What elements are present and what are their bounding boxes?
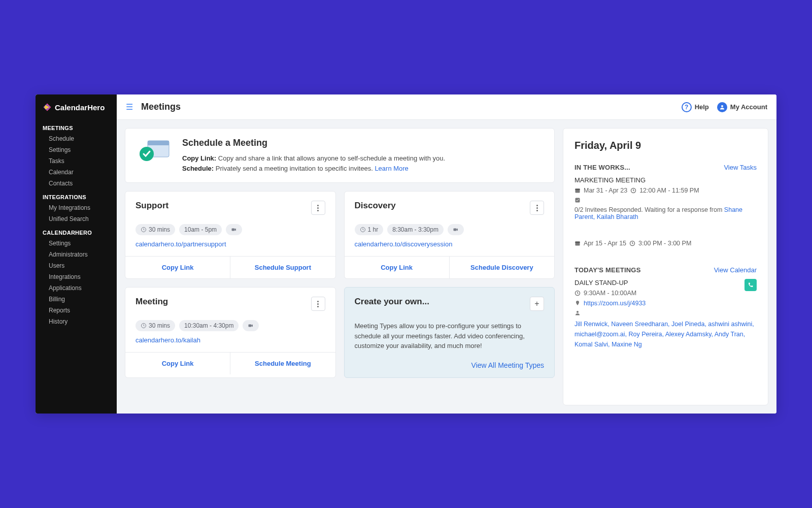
create-body: Meeting Types allow you to pre-configure… [355,321,545,351]
sidebar-item-billing[interactable]: Billing [36,294,117,305]
video-icon [231,227,237,233]
calendar-icon [574,240,581,246]
meeting-url-link[interactable]: https://zoom.us/j/4933 [584,300,646,307]
view-tasks-link[interactable]: View Tasks [724,164,757,171]
intro-copy-text: Copy and share a link that allows anyone… [218,154,445,162]
inworks-date-line: Mar 31 - Apr 23 12:00 AM - 11:59 PM [574,187,757,194]
meeting-card-meeting: Meeting 30 mins 10:30am - 4:30pm [125,287,336,378]
date-heading: Friday, April 9 [574,140,757,151]
help-icon: ? [682,102,692,112]
schedule-button[interactable]: Schedule Meeting [230,353,335,374]
svg-rect-2 [148,141,169,145]
svg-point-0 [721,105,723,107]
person-icon [574,310,581,316]
account-button[interactable]: My Account [717,102,767,112]
clock-icon [141,323,147,329]
meeting-card-title: Discovery [355,201,396,211]
sidebar-item-unified-search[interactable]: Unified Search [36,213,117,225]
app-shell: CalendarHero MEETINGS Schedule Settings … [36,94,776,414]
learn-more-link[interactable]: Learn More [375,165,408,172]
account-icon [717,102,727,112]
video-chip [226,224,242,235]
meeting-type-grid: Support 30 mins 10am - 5pm [125,191,555,378]
intro-copy-label: Copy Link: [182,154,216,162]
duration-chip: 30 mins [136,320,175,331]
sidebar-item-history[interactable]: History [36,316,117,327]
add-meeting-type-button[interactable]: + [530,297,544,311]
today-time-line: 9:30AM - 10:00AM [574,290,757,297]
logo[interactable]: CalendarHero [36,100,117,120]
schedule-illustration-icon [137,138,172,163]
clock-icon [141,227,147,233]
meeting-card-title: Meeting [136,297,168,307]
sidebar-item-settings[interactable]: Settings [36,144,117,155]
sidebar-section-calendarhero: CALENDARHERO Settings Administrators Use… [36,225,117,327]
intro-text: Schedule a Meeting Copy Link: Copy and s… [182,138,445,173]
sidebar-item-ch-integrations[interactable]: Integrations [36,271,117,282]
sidebar-item-ch-settings[interactable]: Settings [36,238,117,249]
sidebar-section-title: MEETINGS [36,120,117,133]
sidebar: CalendarHero MEETINGS Schedule Settings … [36,94,117,414]
video-chip [448,224,464,235]
intro-schedule-label: Schedule: [182,165,214,172]
sidebar-item-contacts[interactable]: Contacts [36,178,117,189]
attendee-links[interactable]: Jill Renwick, Naveen Sreedharan, Joel Pi… [574,319,757,350]
video-chip [243,320,259,331]
today-event: DAILY STAND-UP 9:30AM - 10:00AM https://… [574,279,757,350]
in-works-title: IN THE WORKS... [574,164,630,171]
svg-rect-5 [232,229,235,231]
view-calendar-link[interactable]: View Calendar [714,266,757,274]
today-url-line: https://zoom.us/j/4933 [574,300,757,307]
svg-rect-15 [576,242,580,243]
svg-rect-7 [453,229,456,231]
page-title: Meetings [141,102,181,112]
view-all-types-link[interactable]: View All Meeting Types [355,361,545,369]
intro-card: Schedule a Meeting Copy Link: Copy and s… [125,128,555,183]
brand-name: CalendarHero [55,103,105,112]
clock-icon [629,240,635,246]
call-badge-button[interactable] [745,279,757,291]
hamburger-icon[interactable]: ☰ [126,102,133,112]
sidebar-item-administrators[interactable]: Administrators [36,249,117,260]
clock-icon [360,227,366,233]
schedule-button[interactable]: Schedule Support [230,257,335,278]
inworks-second-date-line: Apr 15 - Apr 15 3:00 PM - 3:00 PM [574,240,757,247]
schedule-button[interactable]: Schedule Discovery [449,257,554,278]
sidebar-item-tasks[interactable]: Tasks [36,155,117,167]
svg-rect-9 [249,325,252,327]
todays-meetings-title: TODAY'S MEETINGS [574,266,641,274]
sidebar-item-users[interactable]: Users [36,260,117,271]
left-column: Schedule a Meeting Copy Link: Copy and s… [125,128,555,405]
sidebar-section-integrations: INTEGRATIONS My Integrations Unified Sea… [36,189,117,225]
duration-chip: 1 hr [355,224,384,235]
sidebar-item-calendar[interactable]: Calendar [36,167,117,178]
window-chip: 10am - 5pm [179,224,222,235]
intro-schedule-text: Privately send a meeting invitation to s… [216,165,373,172]
video-icon [248,323,254,329]
calendar-icon [574,187,581,194]
duration-chip: 30 mins [136,224,175,235]
help-button[interactable]: ? Help [682,102,709,112]
meeting-card-url[interactable]: calendarhero.to/kailah [125,336,335,352]
kebab-menu-button[interactable] [311,201,325,215]
sidebar-section-meetings: MEETINGS Schedule Settings Tasks Calenda… [36,120,117,189]
meeting-card-url[interactable]: calendarhero.to/discoverysession [345,240,555,256]
create-meeting-type-card: Create your own... + Meeting Types allow… [344,287,555,378]
sidebar-item-my-integrations[interactable]: My Integrations [36,202,117,213]
topbar: ☰ Meetings ? Help My Account [117,94,776,120]
sidebar-item-applications[interactable]: Applications [36,282,117,294]
content: Schedule a Meeting Copy Link: Copy and s… [117,120,776,414]
meeting-card-support: Support 30 mins 10am - 5pm [125,191,336,279]
sidebar-item-reports[interactable]: Reports [36,305,117,316]
sidebar-item-schedule[interactable]: Schedule [36,133,117,144]
copy-link-button[interactable]: Copy Link [125,257,230,278]
copy-link-button[interactable]: Copy Link [345,257,449,278]
inworks-response-line: 0/2 Invitees Responded. Waiting for a re… [574,197,757,220]
today-event-title: DAILY STAND-UP [574,279,757,287]
copy-link-button[interactable]: Copy Link [125,353,230,374]
account-label: My Account [730,103,767,111]
kebab-menu-button[interactable] [311,297,325,311]
meeting-card-url[interactable]: calendarhero.to/partnersupport [125,240,335,256]
kebab-menu-button[interactable] [530,201,544,215]
side-panel: Friday, April 9 IN THE WORKS... View Tas… [563,128,768,405]
